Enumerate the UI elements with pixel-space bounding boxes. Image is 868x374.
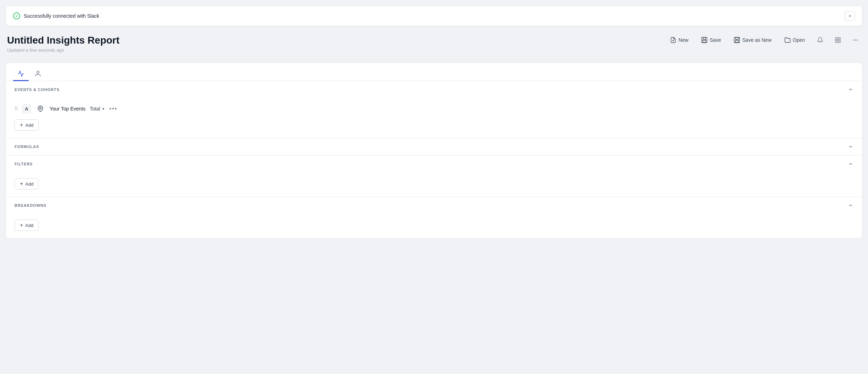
breakdowns-add-plus-icon: + — [20, 222, 23, 228]
svg-point-18 — [40, 107, 41, 109]
svg-point-15 — [855, 40, 856, 41]
save-icon — [701, 37, 708, 43]
drag-handle[interactable]: ⠿ — [15, 106, 18, 112]
filters-add-button[interactable]: + Add — [15, 178, 39, 189]
event-name: Your Top Events — [50, 106, 85, 112]
save-label: Save — [710, 37, 721, 43]
new-icon — [670, 37, 676, 43]
person-icon — [34, 70, 41, 77]
new-label: New — [678, 37, 688, 43]
success-icon — [13, 12, 20, 19]
breakdowns-title: BREAKDOWNS — [15, 203, 46, 208]
more-options-button[interactable] — [850, 35, 861, 45]
events-add-button[interactable]: + Add — [15, 119, 39, 131]
svg-rect-7 — [735, 40, 739, 42]
save-button[interactable]: Save — [698, 35, 724, 45]
toolbar: New Save Save as New — [667, 35, 861, 45]
svg-rect-10 — [835, 38, 837, 39]
filters-title: FILTERS — [15, 162, 33, 166]
event-row: ⠿ A Your Top Events Total ▼ ••• — [15, 101, 853, 117]
open-button[interactable]: Open — [782, 35, 808, 45]
formulas-section: FORMULAS — [6, 138, 862, 155]
events-cohorts-section: EVENTS & COHORTS ⠿ A Your Top Events Tot… — [6, 81, 862, 138]
dashboard-icon — [835, 37, 841, 43]
open-icon — [784, 37, 791, 43]
save-as-new-icon — [734, 37, 740, 43]
breakdowns-add-label: Add — [25, 223, 33, 228]
svg-rect-11 — [839, 38, 840, 39]
report-title: Untitled Insights Report — [7, 35, 119, 46]
svg-point-16 — [857, 40, 858, 41]
filters-section: FILTERS + Add — [6, 155, 862, 197]
dashboard-button[interactable] — [833, 35, 843, 45]
svg-point-14 — [853, 40, 854, 41]
tab-chart[interactable] — [13, 67, 29, 81]
tab-person[interactable] — [30, 67, 46, 81]
save-as-new-button[interactable]: Save as New — [731, 35, 774, 45]
new-button[interactable]: New — [667, 35, 691, 45]
open-label: Open — [793, 37, 805, 43]
event-letter: A — [22, 104, 31, 113]
event-aggregate-chevron: ▼ — [102, 107, 105, 111]
svg-rect-12 — [835, 41, 837, 42]
filters-chevron-up — [848, 161, 853, 167]
breakdowns-add-button[interactable]: + Add — [15, 220, 39, 231]
event-aggregate[interactable]: Total ▼ — [90, 106, 105, 112]
breakdowns-header[interactable]: BREAKDOWNS — [6, 197, 862, 214]
events-add-label: Add — [25, 123, 33, 128]
events-cohorts-chevron-up — [848, 87, 853, 92]
breakdowns-section: BREAKDOWNS + Add — [6, 197, 862, 238]
svg-rect-4 — [703, 40, 706, 42]
tabs-bar — [6, 63, 862, 81]
add-plus-icon: + — [20, 122, 23, 128]
svg-rect-3 — [703, 38, 706, 40]
formulas-chevron-down — [848, 144, 853, 149]
event-more-options[interactable]: ••• — [109, 106, 118, 112]
event-aggregate-label: Total — [90, 106, 100, 112]
bell-icon — [817, 37, 823, 43]
svg-rect-13 — [839, 41, 840, 42]
filters-header[interactable]: FILTERS — [6, 155, 862, 172]
events-cohorts-header[interactable]: EVENTS & COHORTS — [6, 81, 862, 98]
notification-content: Successfully connected with Slack — [13, 12, 99, 19]
formulas-title: FORMULAS — [15, 144, 39, 149]
more-horizontal-icon — [852, 37, 859, 43]
filters-add-label: Add — [25, 181, 33, 187]
notification-close-button[interactable]: × — [845, 11, 855, 21]
report-title-section: Untitled Insights Report Updated a few s… — [7, 35, 119, 53]
notification-text: Successfully connected with Slack — [24, 13, 99, 19]
svg-rect-6 — [736, 38, 739, 40]
event-type-icon — [35, 104, 45, 114]
svg-rect-2 — [702, 38, 707, 43]
report-updated: Updated a few seconds ago — [7, 47, 119, 53]
breakdowns-body: + Add — [6, 214, 862, 238]
report-header: Untitled Insights Report Updated a few s… — [6, 35, 862, 53]
formulas-header[interactable]: FORMULAS — [6, 138, 862, 155]
filters-add-plus-icon: + — [20, 181, 23, 187]
events-cohorts-title: EVENTS & COHORTS — [15, 87, 60, 92]
notifications-button[interactable] — [815, 35, 825, 45]
filters-body: + Add — [6, 172, 862, 197]
main-panel: EVENTS & COHORTS ⠿ A Your Top Events Tot… — [6, 63, 862, 238]
chart-icon — [17, 70, 24, 77]
save-as-new-label: Save as New — [742, 37, 771, 43]
events-cohorts-body: ⠿ A Your Top Events Total ▼ ••• + Add — [6, 98, 862, 138]
breakdowns-chevron-up — [848, 203, 853, 208]
svg-point-17 — [37, 71, 39, 74]
notification-bar: Successfully connected with Slack × — [6, 6, 862, 26]
